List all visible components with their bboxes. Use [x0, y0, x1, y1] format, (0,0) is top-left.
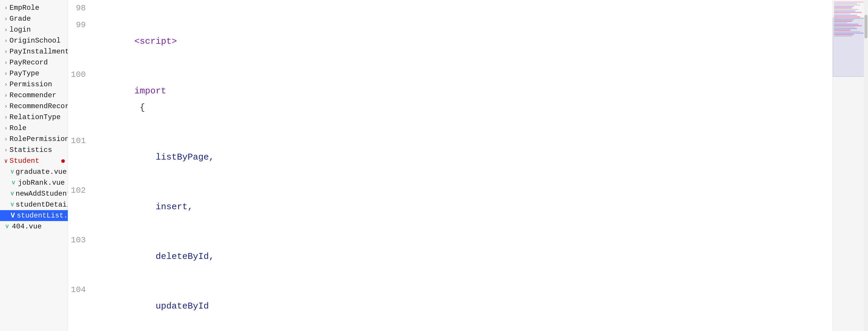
vue-file-icon: V	[4, 224, 10, 230]
code-content[interactable]: 98 99 <script> 100 import { 101 listByPa…	[68, 0, 833, 331]
vue-file-icon: V	[11, 191, 14, 197]
sidebar-item-label: PayRecord	[9, 59, 48, 66]
line-content: <script>	[92, 16, 833, 66]
line-content: updateById	[92, 282, 833, 331]
sidebar-item-label: PayType	[9, 69, 39, 77]
vue-file-icon: V	[11, 169, 14, 175]
sidebar-item-label: RecommendRecord	[9, 102, 68, 110]
sidebar-item-label: Recommender	[9, 91, 56, 99]
vue-file-icon: V	[11, 213, 15, 219]
code-token: <script>	[134, 36, 177, 46]
minimap-line	[834, 13, 850, 14]
code-line-102: 102 insert,	[68, 182, 833, 232]
sidebar-item-recommender[interactable]: › Recommender	[0, 90, 68, 101]
code-token: insert,	[134, 202, 193, 212]
sidebar-item-recommendrecord[interactable]: › RecommendRecord	[0, 101, 68, 112]
sidebar-item-student[interactable]: ∨ Student	[0, 156, 68, 166]
line-number: 103	[68, 232, 92, 249]
sidebar-item-relationtype[interactable]: › RelationType	[0, 112, 68, 123]
sidebar-item-rolepermission[interactable]: › RolePermission	[0, 134, 68, 144]
sidebar-item-newaddstudent-vue[interactable]: V newAddStudent....	[0, 188, 68, 199]
sidebar-item-statistics[interactable]: › Statistics	[0, 144, 68, 156]
sidebar-item-originschool[interactable]: › OriginSchool	[0, 35, 68, 46]
vue-file-icon: V	[11, 180, 16, 186]
code-token: {	[134, 103, 145, 112]
sidebar-item-label: graduate.vue	[16, 168, 67, 176]
minimap-line	[834, 1, 864, 3]
sidebar-item-label: Role	[9, 124, 27, 132]
chevron-icon: ›	[4, 48, 8, 55]
sidebar-item-permission[interactable]: › Permission	[0, 79, 68, 90]
sidebar-item-role[interactable]: › Role	[0, 123, 68, 134]
scrollbar-thumb[interactable]	[864, 15, 867, 38]
code-token: updateById	[134, 301, 209, 311]
sidebar-item-jobrank-vue[interactable]: V jobRank.vue	[0, 177, 68, 188]
line-number: 102	[68, 183, 92, 199]
sidebar-item-label: studentDetail.vue	[16, 201, 68, 209]
sidebar-item-label: RolePermission	[9, 135, 68, 143]
chevron-icon: ›	[4, 37, 8, 44]
code-line-104: 104 updateById	[68, 282, 833, 331]
sidebar-item-label: OriginSchool	[9, 37, 61, 45]
chevron-icon: ›	[4, 136, 8, 142]
minimap-line	[834, 10, 855, 11]
chevron-icon: ›	[4, 114, 8, 121]
sidebar-item-404-vue[interactable]: V 404.vue	[0, 221, 68, 232]
minimap	[833, 0, 868, 331]
sidebar-item-label: Student	[9, 157, 39, 165]
sidebar-item-label: EmpRole	[9, 4, 39, 12]
code-line-100: 100 import {	[68, 66, 833, 132]
sidebar-item-label: studentList....	[17, 211, 68, 220]
minimap-line	[834, 3, 857, 4]
chevron-icon: ›	[4, 4, 8, 11]
sidebar-item-label: jobRank.vue	[18, 179, 65, 187]
sidebar-item-emprole[interactable]: › EmpRole	[0, 2, 68, 13]
sidebar-item-studentlist-vue[interactable]: V studentList.... 2	[0, 210, 68, 221]
minimap-line	[834, 6, 854, 7]
sidebar-item-studentdetail-vue[interactable]: V studentDetail.vue	[0, 199, 68, 210]
chevron-icon: ›	[4, 81, 8, 88]
code-line-101: 101 listByPage,	[68, 132, 833, 182]
code-line-103: 103 deleteById,	[68, 232, 833, 282]
sidebar-item-label: PayInstallment	[9, 47, 68, 56]
minimap-line	[834, 16, 860, 18]
chevron-down-icon: ∨	[4, 157, 8, 165]
modified-indicator	[61, 159, 65, 163]
minimap-line	[834, 15, 857, 16]
sidebar-item-label: Grade	[9, 15, 31, 23]
minimap-line	[834, 7, 852, 8]
chevron-icon: ›	[4, 59, 8, 66]
minimap-viewport	[833, 18, 868, 77]
code-line-99: 99 <script>	[68, 16, 833, 66]
chevron-icon: ›	[4, 103, 8, 110]
code-editor: 98 99 <script> 100 import { 101 listByPa…	[68, 0, 833, 331]
line-number: 99	[68, 17, 92, 33]
code-token: deleteById,	[134, 252, 214, 262]
line-number: 98	[68, 0, 92, 16]
sidebar-item-graduate-vue[interactable]: V graduate.vue	[0, 166, 68, 177]
sidebar-item-paytype[interactable]: › PayType	[0, 68, 68, 79]
vue-file-icon: V	[11, 202, 14, 208]
sidebar-item-login[interactable]: › login	[0, 24, 68, 35]
sidebar-item-payrecord[interactable]: › PayRecord	[0, 57, 68, 68]
chevron-icon: ›	[4, 146, 8, 154]
sidebar-item-label: login	[9, 26, 31, 34]
line-number: 104	[68, 282, 92, 298]
chevron-icon: ›	[4, 70, 8, 77]
line-content: import {	[92, 66, 833, 132]
line-content: insert,	[92, 182, 833, 232]
minimap-line	[834, 4, 860, 6]
sidebar-item-label: newAddStudent....	[16, 190, 68, 198]
code-token: import	[134, 86, 166, 96]
scrollbar-track	[864, 0, 868, 331]
chevron-icon: ›	[4, 26, 8, 33]
line-content: deleteById,	[92, 232, 833, 282]
chevron-icon: ›	[4, 125, 8, 132]
sidebar-item-payinstallment[interactable]: › PayInstallment	[0, 46, 68, 57]
sidebar-item-grade[interactable]: › Grade	[0, 13, 68, 24]
minimap-line	[834, 9, 859, 10]
minimap-line	[834, 12, 862, 13]
code-token: listByPage,	[134, 152, 214, 162]
line-number: 100	[68, 66, 92, 83]
sidebar-item-label: Statistics	[9, 146, 52, 154]
